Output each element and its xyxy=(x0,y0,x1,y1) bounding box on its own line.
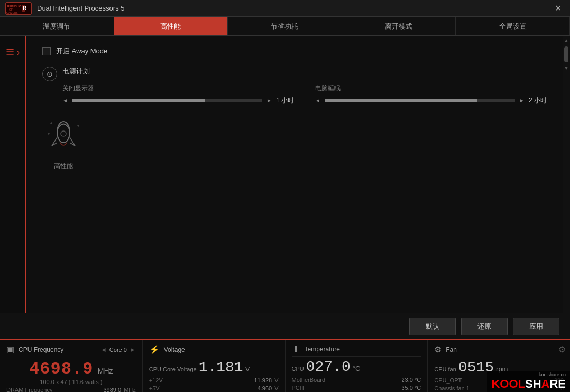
close-button[interactable]: ✕ xyxy=(551,2,565,14)
tab-bar: 温度调节 高性能 节省功耗 离开模式 全局设置 xyxy=(0,17,570,36)
display-off-fill xyxy=(72,99,205,102)
display-off-value: 1 小时 xyxy=(276,96,294,105)
default-button[interactable]: 默认 xyxy=(409,318,456,335)
rog-logo: REPUBLIC OF GAMERS R xyxy=(5,2,32,15)
fan-header: ⚙ Fan xyxy=(434,344,564,357)
sleep-left-arrow[interactable]: ◄ xyxy=(315,98,320,104)
sleep-right-arrow[interactable]: ► xyxy=(519,98,525,104)
scroll-thumb[interactable] xyxy=(564,46,568,62)
freq-next-btn[interactable]: ► xyxy=(130,346,136,353)
v12-row: +12V 11.928 V xyxy=(149,377,279,384)
sleep-slider-row: ◄ ► 2 小时 xyxy=(315,96,547,105)
dram-freq-row: DRAM Frequency 3989.0 MHz xyxy=(6,387,136,392)
tab-save[interactable]: 节省功耗 xyxy=(228,17,342,35)
settings-gear-icon[interactable]: ⚙ xyxy=(558,344,566,354)
voltage-icon: ⚡ xyxy=(149,344,160,354)
freq-nav-label: Core 0 xyxy=(109,347,127,353)
voltage-section: ⚡ Voltage CPU Core Voltage 1.181 V +12V … xyxy=(143,340,286,392)
chassis1-label: Chassis fan 1 xyxy=(434,385,470,391)
rocket-icon xyxy=(42,115,85,157)
cpu-fan-label: CPU fan xyxy=(434,366,456,372)
tab-temp[interactable]: 温度调节 xyxy=(0,17,114,35)
fan-title: Fan xyxy=(446,346,457,353)
temperature-section: 🌡 Temperature CPU 027.0 °C MotherBoard 2… xyxy=(286,340,428,392)
sleep-value: 2 小时 xyxy=(529,96,547,105)
display-off-label: 关闭显示器 xyxy=(62,84,294,93)
cpu-core-voltage-display: CPU Core Voltage 1.181 V xyxy=(149,359,279,376)
dram-freq-value: 3989.0 xyxy=(103,387,121,392)
koolshare-logo: KOOL SH A RE xyxy=(491,377,566,391)
freq-prev-btn[interactable]: ◄ xyxy=(100,346,107,353)
cpu-temp-unit: °C xyxy=(353,365,361,372)
display-off-right-arrow[interactable]: ► xyxy=(266,98,272,104)
cpu-freq-sub: 100.0 x 47 ( 11.6 watts ) xyxy=(6,379,136,385)
cpu-freq-value: 4698.9 xyxy=(29,359,93,379)
voltage-title: Voltage xyxy=(164,346,185,353)
sleep-label: 电脑睡眠 xyxy=(315,84,547,93)
svg-point-6 xyxy=(61,131,66,136)
sidebar-toggle[interactable]: ☰ › xyxy=(6,46,20,58)
power-icon: ⊙ xyxy=(42,67,57,81)
cpu-core-voltage-value: 1.181 xyxy=(199,359,243,376)
cpu-temp-label: CPU xyxy=(292,366,304,372)
cpu-temp-display: CPU 027.0 °C xyxy=(292,359,421,375)
perf-icon-label: 高性能 xyxy=(54,162,73,171)
v5-label: +5V xyxy=(149,385,160,391)
koolshare-watermark: koolshare.cn KOOL SH A RE xyxy=(487,371,570,392)
voltage-header: ⚡ Voltage xyxy=(149,344,279,357)
v12-unit: V xyxy=(274,377,278,384)
cpu-icon: ▣ xyxy=(6,344,14,354)
cpu-frequency-title: CPU Frequency xyxy=(19,346,63,353)
dram-freq-label: DRAM Frequency xyxy=(6,387,52,392)
restore-button[interactable]: 还原 xyxy=(461,318,508,335)
sliders-row: 关闭显示器 ◄ ► 1 小时 电脑睡眠 xyxy=(62,84,547,105)
tab-away[interactable]: 离开模式 xyxy=(342,17,456,35)
app-title: Dual Intelligent Processors 5 xyxy=(37,4,551,12)
tab-perf[interactable]: 高性能 xyxy=(114,17,228,35)
status-bar: ▣ CPU Frequency ◄ Core 0 ► 4698.9 MHz 10… xyxy=(0,339,570,392)
temperature-header: 🌡 Temperature xyxy=(292,344,421,357)
mb-temp-row: MotherBoard 23.0 °C xyxy=(292,377,421,383)
away-mode-label: 开启 Away Mode xyxy=(56,46,107,56)
away-mode-checkbox[interactable] xyxy=(42,47,51,55)
svg-point-5 xyxy=(57,122,70,143)
cpu-freq-display: 4698.9 MHz xyxy=(6,359,136,379)
sleep-fill xyxy=(325,99,477,102)
sleep-track[interactable] xyxy=(325,99,515,102)
display-off-slider-row: ◄ ► 1 小时 xyxy=(62,96,294,105)
sidebar: ☰ › xyxy=(0,36,26,313)
title-bar: REPUBLIC OF GAMERS R Dual Intelligent Pr… xyxy=(0,0,570,17)
display-off-left-arrow[interactable]: ◄ xyxy=(62,98,68,104)
scroll-down-arrow[interactable]: ▼ xyxy=(564,64,569,72)
display-off-group: 关闭显示器 ◄ ► 1 小时 xyxy=(62,84,294,105)
v5-row: +5V 4.960 V xyxy=(149,385,279,391)
action-bar: 默认 还原 应用 xyxy=(0,313,570,339)
v12-value: 11.928 xyxy=(254,377,272,384)
freq-nav: ◄ Core 0 ► xyxy=(100,346,136,353)
pch-temp-row: PCH 35.0 °C xyxy=(292,385,421,391)
v5-unit: V xyxy=(274,385,278,391)
scroll-up-arrow[interactable]: ▲ xyxy=(564,37,569,44)
mb-temp-value: 23.0 °C xyxy=(401,377,421,383)
pch-temp-label: PCH xyxy=(292,385,304,391)
v12-label: +12V xyxy=(149,377,163,384)
display-off-track[interactable] xyxy=(72,99,262,102)
apply-button[interactable]: 应用 xyxy=(513,318,559,335)
svg-text:GAMERS: GAMERS xyxy=(6,11,18,14)
fan-icon: ⚙ xyxy=(434,344,442,354)
cpu-temp-value: 027.0 xyxy=(306,359,351,375)
watermark-url: koolshare.cn xyxy=(539,372,566,377)
away-mode-row: 开启 Away Mode xyxy=(42,46,547,56)
content-panel: 开启 Away Mode ⊙ 电源计划 关闭显示器 ◄ ► xyxy=(26,36,563,313)
cpu-frequency-header: ▣ CPU Frequency ◄ Core 0 ► xyxy=(6,344,136,357)
cpu-core-voltage-label: CPU Core Voltage xyxy=(149,366,197,372)
scrollbar[interactable]: ▲ ▼ xyxy=(563,36,570,313)
pch-temp-value: 35.0 °C xyxy=(401,385,421,391)
power-title: 电源计划 xyxy=(62,67,547,76)
tab-global[interactable]: 全局设置 xyxy=(456,17,570,35)
cpu-frequency-section: ▣ CPU Frequency ◄ Core 0 ► 4698.9 MHz 10… xyxy=(0,340,143,392)
cpu-freq-unit: MHz xyxy=(98,367,113,375)
power-content: 电源计划 关闭显示器 ◄ ► 1 小时 xyxy=(62,67,547,105)
dram-freq-unit: MHz xyxy=(124,387,136,392)
v5-value: 4.960 xyxy=(258,385,272,391)
